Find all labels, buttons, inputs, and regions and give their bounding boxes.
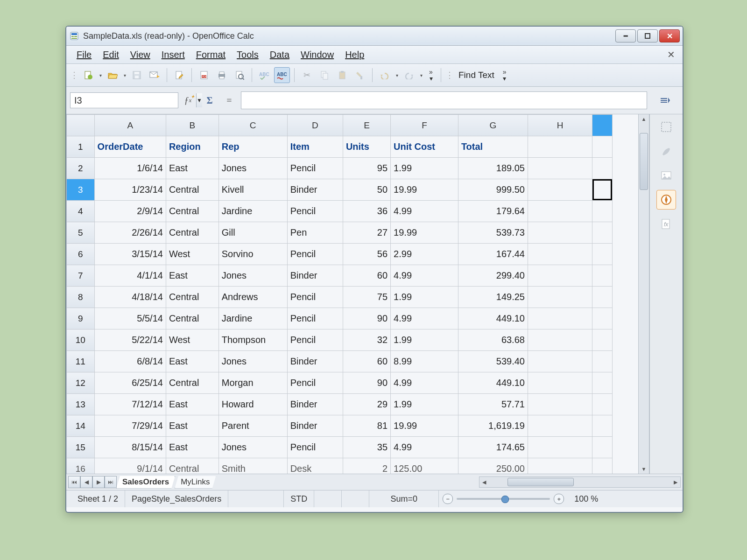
cell[interactable]: 174.65: [458, 437, 528, 458]
copy-icon[interactable]: [317, 67, 332, 83]
table-row[interactable]: 116/8/14EastJonesBinder608.99539.40: [67, 351, 613, 372]
cell[interactable]: 8.99: [391, 351, 458, 372]
cell[interactable]: 1.99: [391, 287, 458, 308]
cell[interactable]: Sorvino: [218, 244, 287, 265]
cell[interactable]: Morgan: [218, 372, 287, 394]
select-all-corner[interactable]: [67, 115, 95, 136]
table-row[interactable]: 105/22/14WestThompsonPencil321.9963.68: [67, 329, 613, 351]
cell[interactable]: 149.25: [458, 287, 528, 308]
cell[interactable]: [528, 329, 592, 351]
col-header-G[interactable]: G: [458, 115, 528, 136]
cell[interactable]: Jones: [218, 265, 287, 287]
table-row[interactable]: 158/15/14EastJonesPencil354.99174.65: [67, 437, 613, 458]
row-header[interactable]: 1: [67, 136, 95, 158]
cell[interactable]: 57.71: [458, 394, 528, 415]
cell[interactable]: 35: [343, 437, 390, 458]
cell[interactable]: 75: [343, 287, 390, 308]
scroll-up-icon[interactable]: ▲: [639, 114, 649, 124]
col-header-E[interactable]: E: [343, 115, 390, 136]
maximize-button[interactable]: [637, 29, 658, 42]
cell[interactable]: [592, 437, 613, 458]
col-header-I[interactable]: [592, 115, 613, 136]
cell[interactable]: Pencil: [287, 308, 343, 329]
zoom-track[interactable]: [457, 498, 550, 500]
spreadsheet-grid[interactable]: A B C D E F G H 1OrderDateRegionRepItemU…: [66, 114, 649, 474]
row-header[interactable]: 12: [67, 372, 95, 394]
cell[interactable]: 4/18/14: [94, 287, 166, 308]
cell[interactable]: Gill: [218, 222, 287, 244]
cell[interactable]: 2/9/14: [94, 201, 166, 222]
open-dropdown[interactable]: ▾: [122, 73, 127, 78]
status-signature[interactable]: [342, 490, 369, 507]
cell[interactable]: Howard: [218, 394, 287, 415]
close-doc-icon[interactable]: ✕: [664, 48, 678, 61]
cell[interactable]: Jardine: [218, 201, 287, 222]
cell[interactable]: 449.10: [458, 308, 528, 329]
sheet-tab-mylinks[interactable]: MyLinks: [175, 476, 216, 489]
scroll-down-icon[interactable]: ▼: [639, 464, 649, 474]
status-pagestyle[interactable]: PageStyle_SalesOrders: [125, 490, 228, 507]
cell[interactable]: OrderDate: [94, 136, 166, 158]
cell[interactable]: Central: [166, 179, 218, 201]
cell[interactable]: 299.40: [458, 265, 528, 287]
cell[interactable]: [592, 458, 613, 474]
cell[interactable]: 4.99: [391, 201, 458, 222]
row-header[interactable]: 3: [67, 179, 95, 201]
column-header-row[interactable]: A B C D E F G H: [67, 115, 613, 136]
menu-insert[interactable]: Insert: [156, 48, 190, 62]
new-doc-icon[interactable]: [80, 67, 96, 83]
col-header-F[interactable]: F: [391, 115, 458, 136]
name-box[interactable]: ▼: [70, 92, 178, 108]
cut-icon[interactable]: ✂: [299, 67, 315, 83]
menu-edit[interactable]: Edit: [97, 48, 124, 62]
status-selection-mode[interactable]: [314, 490, 342, 507]
export-pdf-icon[interactable]: PDF: [196, 67, 212, 83]
formula-input[interactable]: [241, 91, 647, 109]
row-header[interactable]: 2: [67, 158, 95, 179]
cell[interactable]: 95: [343, 158, 390, 179]
cell[interactable]: [592, 308, 613, 329]
cell[interactable]: Central: [166, 287, 218, 308]
zoom-out-icon[interactable]: −: [443, 494, 453, 504]
row-header[interactable]: 5: [67, 222, 95, 244]
horizontal-scrollbar[interactable]: ◀ ▶: [479, 476, 681, 488]
cell[interactable]: Pencil: [287, 244, 343, 265]
cell[interactable]: [592, 287, 613, 308]
row-header[interactable]: 4: [67, 201, 95, 222]
cell[interactable]: 4/1/14: [94, 265, 166, 287]
cell[interactable]: Jones: [218, 351, 287, 372]
cell[interactable]: 4.99: [391, 437, 458, 458]
cell[interactable]: Desk: [287, 458, 343, 474]
cell[interactable]: 19.99: [391, 222, 458, 244]
vertical-scrollbar[interactable]: ▲ ▼: [638, 114, 649, 474]
cell[interactable]: [528, 351, 592, 372]
cell[interactable]: 6/8/14: [94, 351, 166, 372]
cell[interactable]: [528, 265, 592, 287]
cell[interactable]: Binder: [287, 265, 343, 287]
cell[interactable]: Total: [458, 136, 528, 158]
cell[interactable]: [592, 394, 613, 415]
cell[interactable]: Andrews: [218, 287, 287, 308]
email-icon[interactable]: [147, 67, 162, 83]
cell[interactable]: 5/5/14: [94, 308, 166, 329]
cell[interactable]: 4.99: [391, 265, 458, 287]
cell[interactable]: Item: [287, 136, 343, 158]
menu-tools[interactable]: Tools: [231, 48, 264, 62]
cell[interactable]: Central: [166, 222, 218, 244]
sheet-first-icon[interactable]: ⏮: [68, 476, 80, 488]
col-header-H[interactable]: H: [528, 115, 592, 136]
cell[interactable]: West: [166, 244, 218, 265]
cell[interactable]: East: [166, 437, 218, 458]
cell[interactable]: 63.68: [458, 329, 528, 351]
cell[interactable]: Unit Cost: [391, 136, 458, 158]
cell[interactable]: [528, 308, 592, 329]
menu-format[interactable]: Format: [190, 48, 231, 62]
cell[interactable]: 9/1/14: [94, 458, 166, 474]
cell[interactable]: 3/15/14: [94, 244, 166, 265]
row-header[interactable]: 8: [67, 287, 95, 308]
functions-icon[interactable]: fx: [656, 214, 676, 234]
cell[interactable]: [528, 158, 592, 179]
cell[interactable]: [592, 179, 613, 201]
cell[interactable]: 90: [343, 308, 390, 329]
cell[interactable]: 1.99: [391, 329, 458, 351]
